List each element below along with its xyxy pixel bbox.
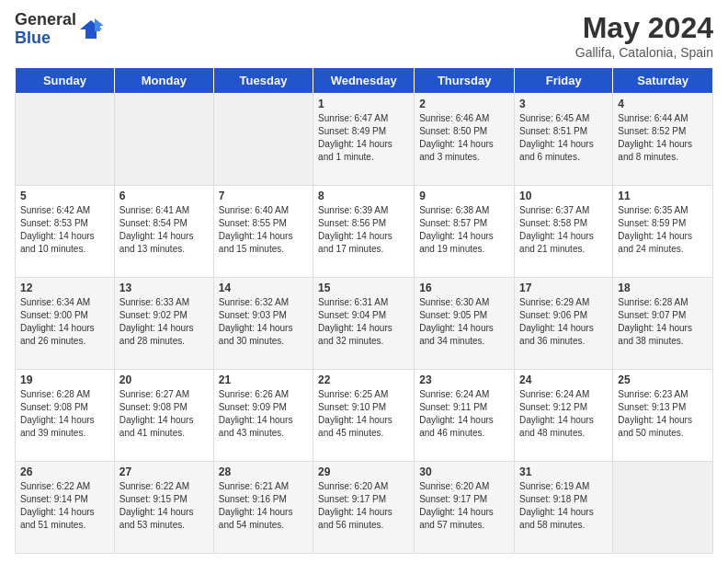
table-row: 28Sunrise: 6:21 AM Sunset: 9:16 PM Dayli… [213,462,313,554]
table-row: 12Sunrise: 6:34 AM Sunset: 9:00 PM Dayli… [16,278,115,370]
day-number: 20 [119,373,209,386]
table-row: 10Sunrise: 6:37 AM Sunset: 8:58 PM Dayli… [515,186,613,278]
table-row: 1Sunrise: 6:47 AM Sunset: 8:49 PM Daylig… [313,94,415,186]
day-info: Sunrise: 6:24 AM Sunset: 9:12 PM Dayligh… [519,388,608,440]
day-number: 4 [618,98,708,110]
day-info: Sunrise: 6:23 AM Sunset: 9:13 PM Dayligh… [618,388,708,440]
table-row: 14Sunrise: 6:32 AM Sunset: 9:03 PM Dayli… [213,278,313,370]
table-row: 2Sunrise: 6:46 AM Sunset: 8:50 PM Daylig… [415,94,515,186]
col-tuesday: Tuesday [213,68,313,94]
day-number: 5 [20,190,109,202]
day-number: 17 [519,282,608,294]
day-number: 18 [618,282,708,294]
table-row: 30Sunrise: 6:20 AM Sunset: 9:17 PM Dayli… [415,462,515,554]
day-number: 15 [318,282,409,294]
table-row: 7Sunrise: 6:40 AM Sunset: 8:55 PM Daylig… [213,186,313,278]
day-info: Sunrise: 6:40 AM Sunset: 8:55 PM Dayligh… [219,204,308,256]
day-info: Sunrise: 6:19 AM Sunset: 9:18 PM Dayligh… [519,480,608,532]
day-number: 22 [318,373,409,386]
table-row: 5Sunrise: 6:42 AM Sunset: 8:53 PM Daylig… [16,186,115,278]
day-info: Sunrise: 6:21 AM Sunset: 9:16 PM Dayligh… [219,480,308,532]
logo-text: General Blue [15,11,76,48]
day-info: Sunrise: 6:26 AM Sunset: 9:09 PM Dayligh… [219,388,308,440]
day-number: 19 [20,373,109,386]
table-row: 21Sunrise: 6:26 AM Sunset: 9:09 PM Dayli… [213,370,313,462]
table-row: 9Sunrise: 6:38 AM Sunset: 8:57 PM Daylig… [415,186,515,278]
subtitle: Gallifa, Catalonia, Spain [575,45,713,60]
day-number: 2 [419,98,509,110]
day-number: 21 [219,373,308,386]
table-row: 19Sunrise: 6:28 AM Sunset: 9:08 PM Dayli… [16,370,115,462]
day-number: 8 [318,190,409,202]
day-number: 6 [119,190,209,202]
table-row: 13Sunrise: 6:33 AM Sunset: 9:02 PM Dayli… [114,278,213,370]
day-info: Sunrise: 6:32 AM Sunset: 9:03 PM Dayligh… [219,296,308,348]
day-info: Sunrise: 6:45 AM Sunset: 8:51 PM Dayligh… [519,112,608,164]
day-info: Sunrise: 6:42 AM Sunset: 8:53 PM Dayligh… [20,204,109,256]
day-info: Sunrise: 6:28 AM Sunset: 9:07 PM Dayligh… [618,296,708,348]
header: General Blue May 2024 Gallifa, Catalonia… [15,11,713,60]
day-info: Sunrise: 6:44 AM Sunset: 8:52 PM Dayligh… [618,112,708,164]
day-info: Sunrise: 6:27 AM Sunset: 9:08 PM Dayligh… [119,388,209,440]
table-row: 6Sunrise: 6:41 AM Sunset: 8:54 PM Daylig… [114,186,213,278]
col-monday: Monday [114,68,213,94]
calendar-table: Sunday Monday Tuesday Wednesday Thursday… [15,67,713,554]
col-thursday: Thursday [415,68,515,94]
table-row: 16Sunrise: 6:30 AM Sunset: 9:05 PM Dayli… [415,278,515,370]
day-number: 11 [618,190,708,202]
table-row [16,94,115,186]
day-number: 26 [20,465,109,478]
table-row: 27Sunrise: 6:22 AM Sunset: 9:15 PM Dayli… [114,462,213,554]
day-number: 3 [519,98,608,110]
logo: General Blue [15,11,104,48]
day-number: 7 [219,190,308,202]
logo-general: General [15,11,76,29]
day-info: Sunrise: 6:37 AM Sunset: 8:58 PM Dayligh… [519,204,608,256]
day-number: 28 [219,465,308,478]
day-info: Sunrise: 6:39 AM Sunset: 8:56 PM Dayligh… [318,204,409,256]
table-row: 29Sunrise: 6:20 AM Sunset: 9:17 PM Dayli… [313,462,415,554]
table-row: 25Sunrise: 6:23 AM Sunset: 9:13 PM Dayli… [613,370,713,462]
day-number: 29 [318,465,409,478]
day-info: Sunrise: 6:25 AM Sunset: 9:10 PM Dayligh… [318,388,409,440]
day-number: 12 [20,282,109,294]
table-row: 18Sunrise: 6:28 AM Sunset: 9:07 PM Dayli… [613,278,713,370]
table-row: 15Sunrise: 6:31 AM Sunset: 9:04 PM Dayli… [313,278,415,370]
table-row: 23Sunrise: 6:24 AM Sunset: 9:11 PM Dayli… [415,370,515,462]
table-row: 22Sunrise: 6:25 AM Sunset: 9:10 PM Dayli… [313,370,415,462]
day-number: 16 [419,282,509,294]
col-saturday: Saturday [613,68,713,94]
day-number: 24 [519,373,608,386]
day-info: Sunrise: 6:22 AM Sunset: 9:15 PM Dayligh… [119,480,209,532]
page: General Blue May 2024 Gallifa, Catalonia… [0,0,728,563]
table-row: 31Sunrise: 6:19 AM Sunset: 9:18 PM Dayli… [515,462,613,554]
table-row [613,462,713,554]
table-row [213,94,313,186]
col-friday: Friday [515,68,613,94]
table-row: 4Sunrise: 6:44 AM Sunset: 8:52 PM Daylig… [613,94,713,186]
day-number: 30 [419,465,509,478]
table-row: 17Sunrise: 6:29 AM Sunset: 9:06 PM Dayli… [515,278,613,370]
col-sunday: Sunday [16,68,115,94]
main-title: May 2024 [575,11,713,45]
day-info: Sunrise: 6:33 AM Sunset: 9:02 PM Dayligh… [119,296,209,348]
day-info: Sunrise: 6:31 AM Sunset: 9:04 PM Dayligh… [318,296,409,348]
day-info: Sunrise: 6:20 AM Sunset: 9:17 PM Dayligh… [318,480,409,532]
day-number: 27 [119,465,209,478]
table-row: 3Sunrise: 6:45 AM Sunset: 8:51 PM Daylig… [515,94,613,186]
title-area: May 2024 Gallifa, Catalonia, Spain [575,11,713,60]
table-row: 11Sunrise: 6:35 AM Sunset: 8:59 PM Dayli… [613,186,713,278]
col-wednesday: Wednesday [313,68,415,94]
table-row [114,94,213,186]
day-info: Sunrise: 6:28 AM Sunset: 9:08 PM Dayligh… [20,388,109,440]
day-info: Sunrise: 6:22 AM Sunset: 9:14 PM Dayligh… [20,480,109,532]
day-number: 25 [618,373,708,386]
day-info: Sunrise: 6:38 AM Sunset: 8:57 PM Dayligh… [419,204,509,256]
day-info: Sunrise: 6:29 AM Sunset: 9:06 PM Dayligh… [519,296,608,348]
day-info: Sunrise: 6:20 AM Sunset: 9:17 PM Dayligh… [419,480,509,532]
day-info: Sunrise: 6:34 AM Sunset: 9:00 PM Dayligh… [20,296,109,348]
logo-icon [78,17,104,42]
day-info: Sunrise: 6:46 AM Sunset: 8:50 PM Dayligh… [419,112,509,164]
table-row: 26Sunrise: 6:22 AM Sunset: 9:14 PM Dayli… [16,462,115,554]
day-number: 10 [519,190,608,202]
